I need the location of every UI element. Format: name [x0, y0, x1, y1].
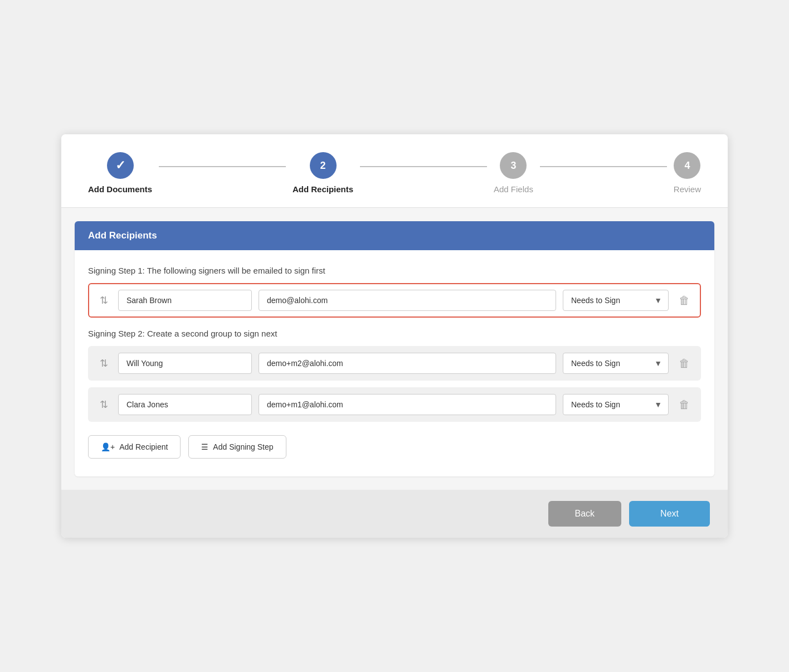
add-signing-step-button[interactable]: ☰ Add Signing Step	[188, 435, 286, 459]
recipient-row-wrapper-3: ⇅ Needs to Sign In Person Signer Receive…	[88, 387, 701, 422]
add-recipient-button[interactable]: 👤+ Add Recipient	[88, 435, 181, 459]
recipient-row-wrapper-1: ⇅ Needs to Sign In Person Signer Receive…	[88, 283, 701, 318]
recipient-row-wrapper-2: ⇅ Needs to Sign In Person Signer Receive…	[88, 346, 701, 381]
recipient-email-input-1[interactable]	[259, 290, 556, 311]
action-buttons: 👤+ Add Recipient ☰ Add Signing Step	[88, 435, 701, 459]
recipient-name-input-1[interactable]	[118, 290, 252, 311]
step-add-documents: ✓ Add Documents	[88, 152, 152, 194]
back-button[interactable]: Back	[548, 501, 622, 527]
delete-button-2[interactable]: 🗑	[675, 355, 693, 372]
delete-button-1[interactable]: 🗑	[675, 292, 693, 309]
card-body: Signing Step 1: The following signers wi…	[75, 250, 714, 476]
footer: Back Next	[61, 490, 728, 538]
main-window: ✓ Add Documents 2 Add Recipients 3 Add F…	[61, 134, 728, 538]
recipient-row-3: ⇅ Needs to Sign In Person Signer Receive…	[96, 394, 693, 415]
step-circle-2: 2	[310, 152, 337, 179]
recipient-name-input-3[interactable]	[118, 394, 252, 415]
add-recipient-label: Add Recipient	[119, 442, 168, 451]
step-label-1: Add Documents	[88, 184, 152, 194]
add-signing-step-icon: ☰	[201, 442, 208, 451]
step-circle-3: 3	[500, 152, 527, 179]
step-circle-1: ✓	[107, 152, 134, 179]
step-line-3	[540, 166, 667, 167]
recipient-email-input-3[interactable]	[259, 394, 556, 415]
main-content: Add Recipients Signing Step 1: The follo…	[61, 208, 728, 490]
step-line-2	[360, 166, 487, 167]
step-review: 4 Review	[674, 152, 701, 194]
role-select-wrapper-3: Needs to Sign In Person Signer Receives …	[563, 394, 669, 415]
signing-step2-section: Signing Step 2: Create a second group to…	[88, 329, 701, 422]
step-add-fields: 3 Add Fields	[494, 152, 533, 194]
role-select-3[interactable]: Needs to Sign In Person Signer Receives …	[563, 394, 669, 415]
recipient-row-2: ⇅ Needs to Sign In Person Signer Receive…	[96, 353, 693, 374]
role-select-2[interactable]: Needs to Sign In Person Signer Receives …	[563, 353, 669, 374]
sort-icon-3[interactable]: ⇅	[96, 398, 111, 411]
sort-icon-1[interactable]: ⇅	[96, 294, 111, 306]
next-button[interactable]: Next	[629, 501, 710, 527]
recipient-email-input-2[interactable]	[259, 353, 556, 374]
step-circle-4: 4	[674, 152, 700, 179]
step-label-4: Review	[674, 184, 701, 194]
card-header: Add Recipients	[75, 221, 714, 250]
add-recipients-card: Add Recipients Signing Step 1: The follo…	[75, 221, 714, 476]
add-recipient-icon: 👤+	[101, 442, 115, 451]
card-header-title: Add Recipients	[88, 230, 157, 241]
step-add-recipients: 2 Add Recipients	[293, 152, 353, 194]
role-select-wrapper-2: Needs to Sign In Person Signer Receives …	[563, 353, 669, 374]
role-select-1[interactable]: Needs to Sign In Person Signer Receives …	[563, 290, 669, 311]
role-select-wrapper-1: Needs to Sign In Person Signer Receives …	[563, 290, 669, 311]
signing-step2-label: Signing Step 2: Create a second group to…	[88, 329, 701, 338]
recipient-name-input-2[interactable]	[118, 353, 252, 374]
step-line-1	[159, 166, 286, 167]
add-signing-step-label: Add Signing Step	[213, 442, 273, 451]
recipient-row-1: ⇅ Needs to Sign In Person Signer Receive…	[89, 284, 700, 316]
stepper: ✓ Add Documents 2 Add Recipients 3 Add F…	[61, 134, 728, 208]
delete-button-3[interactable]: 🗑	[675, 396, 693, 413]
step-label-2: Add Recipients	[293, 184, 353, 194]
step-label-3: Add Fields	[494, 184, 533, 194]
sort-icon-2[interactable]: ⇅	[96, 357, 111, 369]
signing-step1-label: Signing Step 1: The following signers wi…	[88, 266, 701, 275]
